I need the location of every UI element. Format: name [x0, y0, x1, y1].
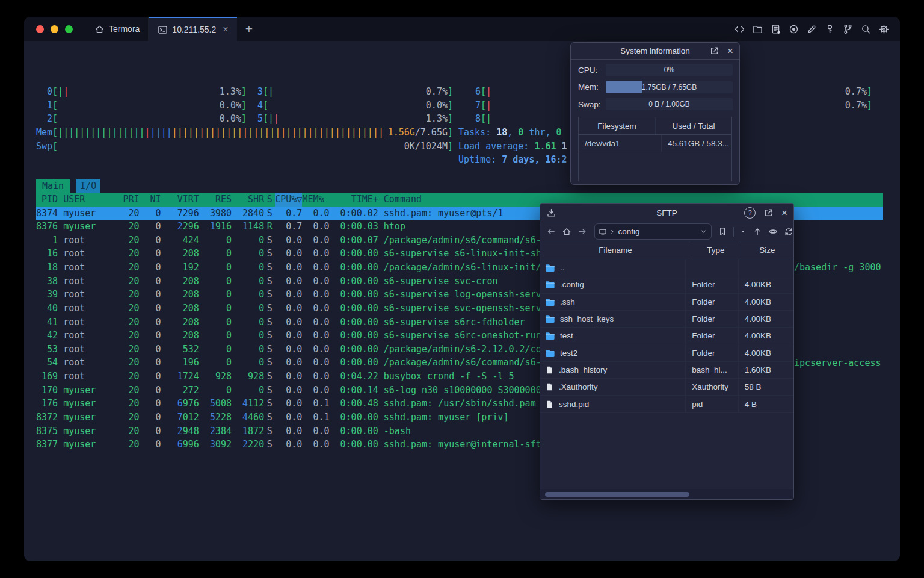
file-row[interactable]: test2Folder4.00KB	[540, 344, 793, 361]
zoom-window-button[interactable]	[65, 25, 73, 33]
keychain-icon[interactable]	[843, 24, 853, 34]
forward-icon[interactable]	[578, 226, 587, 237]
htop-tab-io[interactable]: I/O	[76, 179, 100, 193]
file-type-cell: Folder	[686, 294, 739, 310]
folder-icon[interactable]	[753, 24, 763, 34]
file-row[interactable]: .XauthorityXauthority58 B	[540, 379, 793, 396]
back-icon[interactable]	[546, 226, 556, 237]
file-row[interactable]: ..	[540, 259, 793, 276]
column-header-user[interactable]: USER	[58, 193, 117, 207]
file-column-header-size[interactable]: Size	[741, 241, 793, 259]
new-tab-button[interactable]: +	[237, 17, 261, 41]
record-icon[interactable]	[789, 24, 799, 34]
folder-icon	[545, 314, 555, 324]
resource-bar: 0%	[606, 64, 733, 76]
file-table-header[interactable]: FilenameTypeSize	[540, 241, 793, 259]
code-icon[interactable]	[735, 24, 745, 34]
command-overflow-text: ipcserver-access	[794, 356, 881, 370]
sftp-panel: SFTP ? × config Filen	[540, 203, 794, 500]
swap-meter: Swp[0K/1024M]	[36, 140, 453, 154]
open-in-window-icon[interactable]	[709, 46, 719, 56]
file-size-cell: 58 B	[739, 379, 793, 395]
refresh-icon[interactable]	[784, 226, 793, 237]
folder-icon	[545, 331, 555, 341]
resource-label: CPU:	[578, 66, 606, 75]
pencil-icon[interactable]	[807, 24, 817, 34]
file-row[interactable]: .configFolder4.00KB	[540, 276, 793, 293]
open-in-window-icon[interactable]	[763, 208, 774, 218]
home-icon[interactable]	[562, 226, 571, 237]
resource-bar-text: 0 B / 1.00GB	[606, 98, 733, 110]
chevron-right-icon	[609, 228, 616, 235]
column-header-ni[interactable]: NI	[140, 193, 161, 207]
resource-label: Swap:	[578, 100, 606, 109]
file-column-header-type[interactable]: Type	[691, 241, 741, 259]
chevron-down-icon[interactable]	[700, 228, 707, 235]
column-header-virt[interactable]: VIRT	[161, 193, 199, 207]
fs-row: /dev/vda145.61GB / 58.3...	[579, 135, 732, 152]
log-icon[interactable]	[771, 24, 781, 34]
sftp-titlebar[interactable]: SFTP ? ×	[540, 204, 793, 222]
file-row[interactable]: .bash_historybash_hi...1.60KB	[540, 362, 793, 379]
close-tab-icon[interactable]: ×	[223, 25, 228, 34]
up-directory-icon[interactable]	[753, 226, 762, 237]
horizontal-scrollbar[interactable]	[540, 489, 793, 499]
file-name: .ssh	[560, 297, 575, 306]
file-name-cell: .bash_history	[540, 362, 686, 378]
file-size-cell: 4.00KB	[739, 344, 793, 361]
file-name-cell: .ssh	[540, 294, 686, 310]
close-icon[interactable]: ×	[781, 208, 787, 218]
column-header-pri[interactable]: PRI	[117, 193, 139, 207]
cpu-meter-5: 5[||1.3%]	[257, 112, 453, 126]
resource-bar-text: 1.75GB / 7.65GB	[606, 81, 733, 93]
close-window-button[interactable]	[36, 25, 44, 33]
gear-icon[interactable]	[879, 24, 889, 34]
bookmark-icon[interactable]	[718, 226, 727, 237]
file-row[interactable]: ssh_host_keysFolder4.00KB	[540, 311, 793, 328]
close-icon[interactable]: ×	[727, 46, 733, 56]
file-name-cell: sshd.pid	[540, 396, 686, 412]
resource-bar: 0 B / 1.00GB	[606, 98, 733, 110]
path-breadcrumb[interactable]: config	[594, 223, 712, 240]
htop-tab-main[interactable]: Main	[36, 179, 70, 193]
command-overflow-text: /basedir -g 3000	[794, 261, 881, 275]
tab-bar: Termora 10.211.55.2 × +	[24, 17, 900, 41]
column-header-cpu[interactable]: CPU%▽	[275, 193, 302, 207]
file-type-cell	[686, 259, 739, 276]
cpu-meter-3: 3[|0.7%]	[257, 85, 453, 99]
column-header-s[interactable]: S	[264, 193, 275, 207]
file-list: ...configFolder4.00KB.sshFolder4.00KBssh…	[540, 259, 793, 413]
file-type-cell: bash_hi...	[686, 362, 739, 378]
scrollbar-thumb[interactable]	[545, 492, 689, 497]
search-icon[interactable]	[861, 24, 871, 34]
fs-name: /dev/vda1	[579, 135, 662, 152]
file-column-header-filename[interactable]: Filename	[540, 241, 691, 259]
help-icon[interactable]: ?	[744, 207, 756, 219]
fs-header-used-total: Used / Total	[656, 117, 732, 134]
file-name: test	[560, 331, 573, 340]
column-header-time[interactable]: TIME+	[330, 193, 378, 207]
column-header-res[interactable]: RES	[199, 193, 232, 207]
filesystem-table-rows: /dev/vda145.61GB / 58.3...	[579, 135, 732, 152]
file-row[interactable]: sshd.pidpid4 B	[540, 396, 793, 412]
file-row[interactable]: testFolder4.00KB	[540, 328, 793, 344]
tab-host-10-211-55-2[interactable]: 10.211.55.2 ×	[149, 17, 236, 41]
current-directory: config	[618, 227, 639, 236]
column-header-shr[interactable]: SHR	[232, 193, 264, 207]
minimize-window-button[interactable]	[51, 25, 58, 33]
show-hidden-eye-icon[interactable]	[768, 226, 778, 237]
file-size-cell	[739, 259, 793, 276]
file-row[interactable]: .sshFolder4.00KB	[540, 294, 793, 311]
caret-down-icon[interactable]	[740, 228, 746, 235]
traffic-lights	[24, 17, 86, 41]
file-type-cell: Xauthority	[686, 379, 739, 395]
key-icon[interactable]	[825, 24, 835, 34]
system-information-titlebar[interactable]: System information ×	[571, 43, 739, 60]
column-header-pid[interactable]: PID	[36, 193, 58, 207]
home-icon	[94, 24, 105, 34]
tab-termora[interactable]: Termora	[86, 17, 149, 41]
memory-meter: Mem[||||||||||||||||||||||||||||||||||||…	[36, 126, 453, 140]
resource-label: Mem:	[578, 82, 606, 92]
folder-icon	[545, 348, 555, 358]
column-header-mem[interactable]: MEM%	[302, 193, 329, 207]
